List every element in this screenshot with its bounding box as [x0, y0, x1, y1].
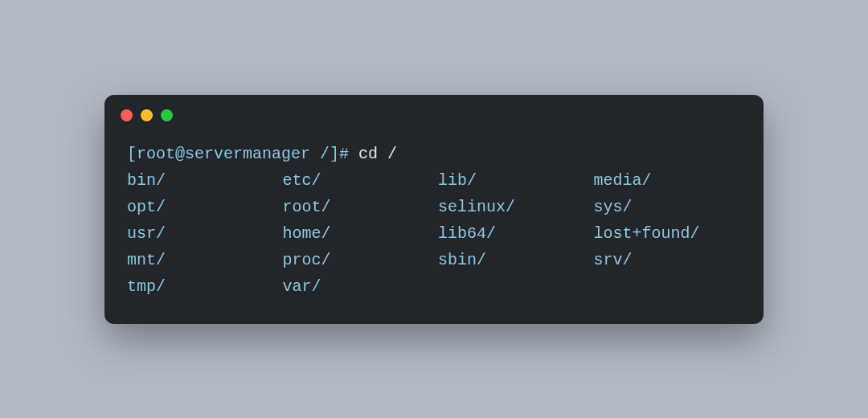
prompt-line: [root@servermanager /]# cd /	[127, 141, 741, 167]
shell-command: cd /	[358, 145, 397, 163]
list-item: media/	[594, 167, 742, 194]
window-titlebar	[104, 95, 764, 126]
shell-prompt: [root@servermanager /]#	[127, 145, 358, 163]
list-item: etc/	[283, 167, 431, 194]
list-item: mnt/	[127, 247, 275, 273]
list-item: home/	[283, 220, 431, 247]
list-item: sbin/	[438, 247, 586, 273]
terminal-window[interactable]: [root@servermanager /]# cd / bin/ etc/ l…	[104, 95, 764, 324]
list-item: selinux/	[438, 194, 586, 220]
list-item: bin/	[127, 167, 275, 194]
directory-listing: bin/ etc/ lib/ media/ opt/ root/ selinux…	[127, 167, 741, 300]
minimize-icon[interactable]	[141, 109, 153, 121]
list-item: proc/	[283, 247, 431, 273]
list-item: srv/	[594, 247, 742, 273]
list-item: usr/	[127, 220, 275, 247]
list-item	[594, 273, 742, 300]
list-item: lost+found/	[594, 220, 742, 247]
list-item: sys/	[594, 194, 742, 220]
terminal-body[interactable]: [root@servermanager /]# cd / bin/ etc/ l…	[104, 126, 764, 324]
list-item: var/	[283, 273, 431, 300]
close-icon[interactable]	[121, 109, 133, 121]
maximize-icon[interactable]	[161, 109, 173, 121]
list-item: lib/	[438, 167, 586, 194]
list-item: tmp/	[127, 273, 275, 300]
list-item: opt/	[127, 194, 275, 220]
list-item: lib64/	[438, 220, 586, 247]
list-item	[438, 273, 586, 300]
list-item: root/	[283, 194, 431, 220]
